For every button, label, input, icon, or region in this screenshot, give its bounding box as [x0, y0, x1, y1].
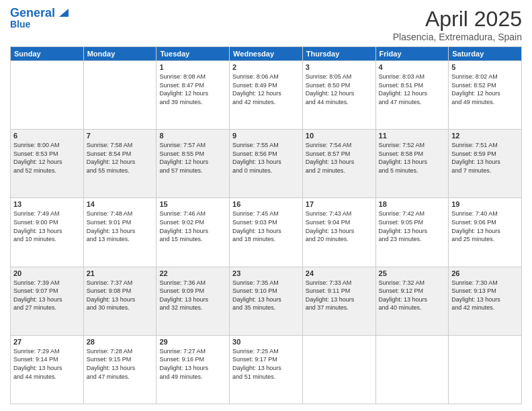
- day-number: 6: [13, 132, 81, 140]
- day-number: 21: [87, 269, 154, 277]
- day-number: 3: [306, 63, 373, 71]
- table-cell: 18Sunrise: 7:42 AM Sunset: 9:05 PM Dayli…: [375, 198, 449, 267]
- week-row-2: 6Sunrise: 8:00 AM Sunset: 8:53 PM Daylig…: [11, 130, 522, 198]
- day-number: 14: [87, 200, 154, 208]
- table-cell: 22Sunrise: 7:36 AM Sunset: 9:09 PM Dayli…: [157, 267, 230, 335]
- col-saturday: Saturday: [449, 47, 522, 61]
- day-number: 26: [451, 269, 519, 277]
- day-number: 15: [159, 200, 226, 208]
- col-thursday: Thursday: [302, 47, 375, 61]
- day-number: 20: [13, 269, 81, 277]
- day-info: Sunrise: 7:54 AM Sunset: 8:57 PM Dayligh…: [306, 141, 373, 175]
- day-number: 9: [232, 132, 300, 140]
- table-cell: 10Sunrise: 7:54 AM Sunset: 8:57 PM Dayli…: [302, 130, 375, 198]
- day-number: 16: [232, 200, 300, 208]
- table-cell: 19Sunrise: 7:40 AM Sunset: 9:06 PM Dayli…: [449, 198, 522, 267]
- day-number: 13: [13, 200, 81, 208]
- col-friday: Friday: [375, 47, 449, 61]
- day-info: Sunrise: 7:32 AM Sunset: 9:12 PM Dayligh…: [379, 279, 446, 312]
- week-row-4: 20Sunrise: 7:39 AM Sunset: 9:07 PM Dayli…: [11, 267, 522, 335]
- table-cell: 16Sunrise: 7:45 AM Sunset: 9:03 PM Dayli…: [230, 198, 303, 267]
- day-info: Sunrise: 8:05 AM Sunset: 8:50 PM Dayligh…: [306, 73, 373, 106]
- table-cell: 20Sunrise: 7:39 AM Sunset: 9:07 PM Dayli…: [11, 267, 84, 335]
- day-info: Sunrise: 7:40 AM Sunset: 9:06 PM Dayligh…: [451, 210, 519, 243]
- day-number: 1: [159, 63, 226, 71]
- day-number: 27: [13, 338, 81, 346]
- table-cell: 17Sunrise: 7:43 AM Sunset: 9:04 PM Dayli…: [302, 198, 375, 267]
- table-cell: 9Sunrise: 7:55 AM Sunset: 8:56 PM Daylig…: [230, 130, 303, 198]
- day-number: 30: [232, 338, 300, 346]
- day-info: Sunrise: 7:48 AM Sunset: 9:01 PM Dayligh…: [87, 210, 154, 243]
- day-info: Sunrise: 7:55 AM Sunset: 8:56 PM Dayligh…: [232, 141, 300, 175]
- col-sunday: Sunday: [11, 47, 84, 61]
- table-cell: [11, 61, 84, 130]
- table-cell: 21Sunrise: 7:37 AM Sunset: 9:08 PM Dayli…: [83, 267, 157, 335]
- table-cell: 3Sunrise: 8:05 AM Sunset: 8:50 PM Daylig…: [302, 61, 375, 130]
- table-cell: 2Sunrise: 8:06 AM Sunset: 8:49 PM Daylig…: [230, 61, 303, 130]
- week-row-5: 27Sunrise: 7:29 AM Sunset: 9:14 PM Dayli…: [11, 335, 522, 404]
- day-number: 19: [451, 200, 519, 208]
- day-number: 24: [306, 269, 373, 277]
- logo-general: General: [10, 7, 55, 19]
- page: General Blue April 2025 Plasencia, Extre…: [0, 0, 532, 411]
- day-info: Sunrise: 7:46 AM Sunset: 9:02 PM Dayligh…: [159, 210, 226, 243]
- title-block: April 2025 Plasencia, Extremadura, Spain: [393, 7, 522, 42]
- logo-blue: Blue: [10, 19, 30, 30]
- day-info: Sunrise: 7:37 AM Sunset: 9:08 PM Dayligh…: [87, 279, 154, 312]
- day-number: 22: [159, 269, 226, 277]
- day-number: 4: [379, 63, 446, 71]
- day-info: Sunrise: 7:36 AM Sunset: 9:09 PM Dayligh…: [159, 279, 226, 312]
- day-number: 18: [379, 200, 446, 208]
- day-info: Sunrise: 8:03 AM Sunset: 8:51 PM Dayligh…: [379, 73, 446, 106]
- table-cell: 27Sunrise: 7:29 AM Sunset: 9:14 PM Dayli…: [11, 335, 84, 404]
- table-cell: 13Sunrise: 7:49 AM Sunset: 9:00 PM Dayli…: [11, 198, 84, 267]
- table-cell: 30Sunrise: 7:25 AM Sunset: 9:17 PM Dayli…: [230, 335, 303, 404]
- table-cell: [83, 61, 157, 130]
- day-number: 23: [232, 269, 300, 277]
- table-cell: 28Sunrise: 7:28 AM Sunset: 9:15 PM Dayli…: [83, 335, 157, 404]
- table-cell: 24Sunrise: 7:33 AM Sunset: 9:11 PM Dayli…: [302, 267, 375, 335]
- day-number: 29: [159, 338, 226, 346]
- day-number: 25: [379, 269, 446, 277]
- day-info: Sunrise: 7:43 AM Sunset: 9:04 PM Dayligh…: [306, 210, 373, 243]
- table-cell: 12Sunrise: 7:51 AM Sunset: 8:59 PM Dayli…: [449, 130, 522, 198]
- day-number: 28: [87, 338, 154, 346]
- table-cell: 26Sunrise: 7:30 AM Sunset: 9:13 PM Dayli…: [449, 267, 522, 335]
- main-title: April 2025: [393, 7, 522, 32]
- day-info: Sunrise: 7:28 AM Sunset: 9:15 PM Dayligh…: [87, 347, 154, 381]
- subtitle: Plasencia, Extremadura, Spain: [393, 32, 522, 42]
- table-cell: 25Sunrise: 7:32 AM Sunset: 9:12 PM Dayli…: [375, 267, 449, 335]
- table-cell: 7Sunrise: 7:58 AM Sunset: 8:54 PM Daylig…: [83, 130, 157, 198]
- day-number: 17: [306, 200, 373, 208]
- day-info: Sunrise: 7:29 AM Sunset: 9:14 PM Dayligh…: [13, 347, 81, 381]
- day-number: 8: [159, 132, 226, 140]
- table-cell: 15Sunrise: 7:46 AM Sunset: 9:02 PM Dayli…: [157, 198, 230, 267]
- logo: General Blue: [10, 7, 69, 30]
- day-info: Sunrise: 7:30 AM Sunset: 9:13 PM Dayligh…: [451, 279, 519, 312]
- table-cell: 6Sunrise: 8:00 AM Sunset: 8:53 PM Daylig…: [11, 130, 84, 198]
- table-cell: 29Sunrise: 7:27 AM Sunset: 9:16 PM Dayli…: [157, 335, 230, 404]
- day-number: 12: [451, 132, 519, 140]
- svg-marker-0: [59, 9, 69, 17]
- day-number: 7: [87, 132, 154, 140]
- day-info: Sunrise: 7:52 AM Sunset: 8:58 PM Dayligh…: [379, 141, 446, 175]
- table-cell: 8Sunrise: 7:57 AM Sunset: 8:55 PM Daylig…: [157, 130, 230, 198]
- table-cell: 23Sunrise: 7:35 AM Sunset: 9:10 PM Dayli…: [230, 267, 303, 335]
- calendar-table: Sunday Monday Tuesday Wednesday Thursday…: [10, 46, 522, 404]
- day-info: Sunrise: 7:45 AM Sunset: 9:03 PM Dayligh…: [232, 210, 300, 243]
- table-cell: 1Sunrise: 8:08 AM Sunset: 8:47 PM Daylig…: [157, 61, 230, 130]
- day-info: Sunrise: 7:57 AM Sunset: 8:55 PM Dayligh…: [159, 141, 226, 175]
- col-wednesday: Wednesday: [230, 47, 303, 61]
- header-row: Sunday Monday Tuesday Wednesday Thursday…: [11, 47, 522, 61]
- day-info: Sunrise: 7:42 AM Sunset: 9:05 PM Dayligh…: [379, 210, 446, 243]
- col-monday: Monday: [83, 47, 157, 61]
- day-number: 10: [306, 132, 373, 140]
- table-cell: [302, 335, 375, 404]
- day-info: Sunrise: 8:08 AM Sunset: 8:47 PM Dayligh…: [159, 73, 226, 106]
- table-cell: 4Sunrise: 8:03 AM Sunset: 8:51 PM Daylig…: [375, 61, 449, 130]
- col-tuesday: Tuesday: [157, 47, 230, 61]
- table-cell: [375, 335, 449, 404]
- week-row-1: 1Sunrise: 8:08 AM Sunset: 8:47 PM Daylig…: [11, 61, 522, 130]
- day-info: Sunrise: 7:27 AM Sunset: 9:16 PM Dayligh…: [159, 347, 226, 381]
- table-cell: 11Sunrise: 7:52 AM Sunset: 8:58 PM Dayli…: [375, 130, 449, 198]
